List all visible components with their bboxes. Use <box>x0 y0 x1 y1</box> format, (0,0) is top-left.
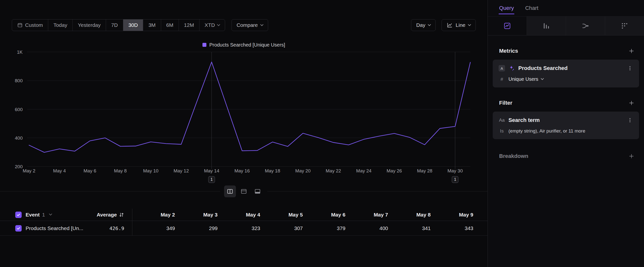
event-label: Event <box>26 212 40 218</box>
report-insights-tab[interactable] <box>488 17 527 35</box>
row-average-value: 426.9 <box>110 225 124 231</box>
column-header[interactable]: May 7 <box>345 212 388 218</box>
retention-dots-icon <box>621 22 628 30</box>
line-chart: 2004006008001KMay 2May 4May 6May 8May 10… <box>0 48 488 186</box>
sidebar-tabs: Query Chart <box>488 0 644 16</box>
breakdown-section-header: Breakdown <box>499 152 635 160</box>
x-tick-label: May 28 <box>417 168 432 173</box>
add-filter-button[interactable] <box>628 99 635 107</box>
filter-condition-row[interactable]: Is (empty string), Air purifier, or 11 m… <box>498 128 634 134</box>
filter-operator: Is <box>498 128 505 134</box>
range-xtd[interactable]: XTD <box>199 20 225 31</box>
column-header[interactable]: May 4 <box>218 212 260 218</box>
y-tick-label: 400 <box>15 135 23 141</box>
column-header[interactable]: May 3 <box>175 212 218 218</box>
x-tick-label: May 4 <box>53 168 66 173</box>
value-cell: 343 <box>431 225 473 231</box>
report-type-tabs <box>488 16 644 36</box>
x-tick-label: May 10 <box>143 168 158 173</box>
report-flows-tab[interactable] <box>566 17 605 35</box>
x-tick-label: May 14 <box>204 168 220 173</box>
filter-kebab-menu[interactable] <box>626 117 634 124</box>
annotation-badge[interactable]: 1 <box>452 176 458 183</box>
x-tick-label: May 22 <box>326 168 341 173</box>
metrics-section-header: Metrics <box>499 47 635 55</box>
row-average-cell: 426.9 <box>86 221 132 235</box>
calendar-icon <box>17 23 23 28</box>
metric-row[interactable]: A Products Searched <box>498 65 634 72</box>
chart-legend[interactable]: Products Searched [Unique Users] <box>0 42 488 48</box>
range-yesterday[interactable]: Yesterday <box>72 20 106 31</box>
flows-icon <box>582 22 589 30</box>
granularity-dropdown[interactable]: Day <box>411 19 436 31</box>
range-label: 7D <box>111 22 118 28</box>
toolbar: CustomTodayYesterday7D30D3M6M12MXTD Comp… <box>12 19 476 31</box>
aggregation-label: Unique Users <box>508 76 538 82</box>
range-label: 30D <box>128 22 138 28</box>
split-horizontal-icon <box>240 188 247 195</box>
legend-swatch-icon <box>202 43 206 47</box>
chevron-down-icon <box>468 23 471 26</box>
tab-query[interactable]: Query <box>499 0 514 16</box>
value-cell: 307 <box>260 225 303 231</box>
filter-value: (empty string), Air purifier, or 11 more <box>508 128 585 134</box>
breakdown-heading: Breakdown <box>499 153 528 159</box>
column-header[interactable]: May 6 <box>303 212 345 218</box>
range-7d[interactable]: 7D <box>106 20 123 31</box>
tab-chart[interactable]: Chart <box>525 0 538 16</box>
select-all-checkbox[interactable] <box>15 212 22 218</box>
chevron-down-icon[interactable] <box>49 212 52 215</box>
layout-split-vertical-button[interactable] <box>224 185 236 197</box>
kebab-icon <box>627 66 633 71</box>
metrics-heading: Metrics <box>499 48 518 54</box>
x-tick-label: May 8 <box>114 168 127 173</box>
add-breakdown-button[interactable] <box>628 152 635 160</box>
row-checkbox[interactable] <box>15 225 22 231</box>
plus-icon <box>628 100 635 106</box>
layout-split-horizontal-button[interactable] <box>238 185 250 197</box>
filter-card[interactable]: Aa Search term Is (empty string), Air pu… <box>493 112 639 139</box>
average-header[interactable]: Average <box>86 209 132 221</box>
text-property-icon: Aa <box>498 118 505 123</box>
table-row: Products Searched [Un... 426.9 349299323… <box>0 221 488 236</box>
column-header[interactable]: May 2 <box>132 212 175 218</box>
range-6m[interactable]: 6M <box>161 20 178 31</box>
report-funnels-tab[interactable] <box>527 17 566 35</box>
table-panel-icon <box>254 188 261 195</box>
range-12m[interactable]: 12M <box>178 20 199 31</box>
range-3m[interactable]: 3M <box>143 20 161 31</box>
event-sparkle-icon <box>508 65 515 71</box>
compare-button[interactable]: Compare <box>232 19 268 31</box>
plus-icon <box>628 153 635 159</box>
column-header[interactable]: May 9 <box>431 212 473 218</box>
bar-chart-icon <box>543 22 550 30</box>
query-sidebar: Query Chart Metrics A <box>488 0 644 267</box>
layout-table-only-button[interactable] <box>252 185 264 197</box>
chart-type-dropdown[interactable]: Line <box>442 19 476 31</box>
filter-row[interactable]: Aa Search term <box>498 117 634 124</box>
line-chart-icon <box>447 22 452 28</box>
value-cell: 341 <box>388 225 431 231</box>
column-header[interactable]: May 5 <box>260 212 303 218</box>
average-label: Average <box>97 212 117 218</box>
split-vertical-icon <box>227 188 233 195</box>
filter-property-name: Search term <box>508 117 623 123</box>
report-retention-tab[interactable] <box>605 17 644 35</box>
column-header[interactable]: May 8 <box>388 212 431 218</box>
metric-kebab-menu[interactable] <box>626 65 634 72</box>
range-30d[interactable]: 30D <box>123 20 143 31</box>
range-custom[interactable]: Custom <box>12 20 48 31</box>
range-label: 6M <box>166 22 174 28</box>
range-today[interactable]: Today <box>48 20 72 31</box>
metric-card[interactable]: A Products Searched # Unique Users <box>493 60 639 87</box>
date-columns: May 2May 3May 4May 5May 6May 7May 8May 9 <box>132 209 473 221</box>
chevron-down-icon <box>260 23 264 26</box>
plus-icon <box>628 48 635 54</box>
svg-text:1: 1 <box>210 177 213 181</box>
annotation-badge[interactable]: 1 <box>208 176 215 183</box>
aggregation-row: # Unique Users <box>498 76 634 82</box>
add-metric-button[interactable] <box>628 47 635 55</box>
aggregation-selector[interactable]: Unique Users <box>508 76 544 82</box>
x-tick-label: May 6 <box>84 168 96 173</box>
layout-toggles <box>220 185 268 197</box>
